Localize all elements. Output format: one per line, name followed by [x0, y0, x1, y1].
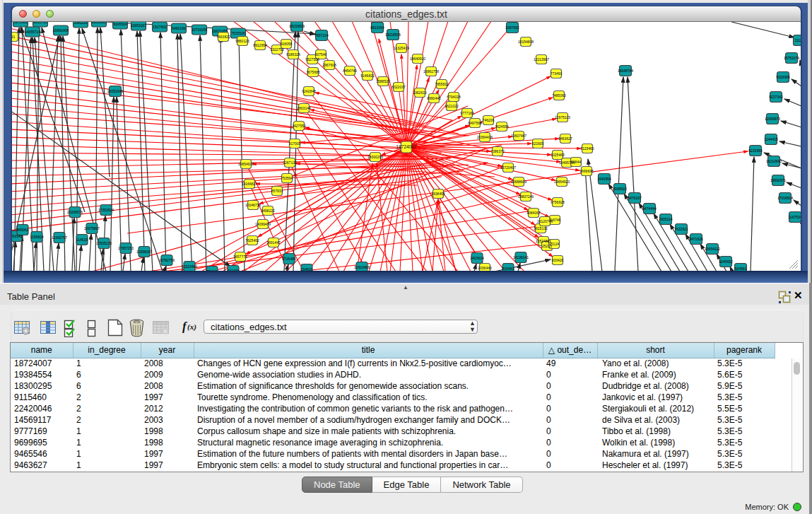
svg-text:10688609: 10688609: [511, 180, 526, 184]
svg-text:20691406: 20691406: [53, 28, 69, 33]
svg-text:12342757: 12342757: [52, 235, 67, 240]
svg-text:3675685: 3675685: [306, 70, 320, 74]
svg-text:771133: 771133: [206, 269, 218, 271]
svg-text:907546: 907546: [315, 52, 327, 57]
svg-text:746206: 746206: [483, 118, 495, 122]
svg-text:10719155: 10719155: [192, 28, 207, 32]
svg-text:845061: 845061: [17, 228, 29, 232]
svg-text:9242848: 9242848: [302, 89, 316, 93]
svg-text:16033809: 16033809: [289, 24, 305, 28]
svg-text:941433: 941433: [228, 269, 240, 271]
svg-text:16671355: 16671355: [212, 29, 228, 33]
svg-text:9463627: 9463627: [558, 136, 572, 141]
svg-text:18807249: 18807249: [518, 194, 534, 199]
svg-text:9527508: 9527508: [305, 57, 319, 62]
svg-text:2967608: 2967608: [322, 63, 336, 67]
svg-text:19654923: 19654923: [554, 180, 570, 184]
svg-text:20364436: 20364436: [477, 135, 493, 139]
svg-text:9245652: 9245652: [719, 259, 733, 264]
svg-text:11325419: 11325419: [394, 46, 409, 50]
svg-text:1081129: 1081129: [73, 22, 87, 25]
svg-text:621605: 621605: [532, 141, 544, 146]
svg-text:924561: 924561: [735, 267, 747, 271]
svg-text:1413614: 1413614: [470, 256, 484, 260]
svg-text:7632621: 7632621: [674, 227, 688, 231]
svg-text:6497568: 6497568: [468, 121, 482, 125]
svg-text:95124: 95124: [549, 242, 559, 246]
svg-text:14099489: 14099489: [255, 222, 271, 226]
svg-text:8454749: 8454749: [343, 69, 357, 73]
svg-text:19654933: 19654933: [238, 162, 254, 166]
svg-text:11123: 11123: [794, 38, 801, 42]
svg-text:12323466: 12323466: [182, 264, 197, 269]
svg-text:154631: 154631: [301, 267, 313, 271]
svg-text:1691447: 1691447: [266, 240, 281, 245]
svg-text:1244415: 1244415: [764, 137, 778, 141]
svg-text:16782759: 16782759: [159, 258, 175, 262]
svg-text:8322037: 8322037: [392, 85, 406, 89]
svg-text:1167534: 1167534: [788, 215, 801, 219]
svg-text:12975115: 12975115: [555, 115, 570, 119]
svg-text:10923468: 10923468: [354, 265, 370, 269]
svg-text:20206576: 20206576: [67, 210, 83, 214]
svg-text:9115460: 9115460: [580, 146, 594, 151]
svg-text:9329966: 9329966: [776, 75, 790, 79]
svg-text:3427552: 3427552: [292, 124, 306, 128]
svg-text:8813054: 8813054: [370, 25, 384, 30]
svg-text:1640954: 1640954: [597, 177, 611, 181]
svg-text:2935114: 2935114: [659, 217, 672, 221]
svg-text:7663822: 7663822: [216, 35, 230, 39]
svg-text:19166827: 19166827: [242, 182, 257, 186]
svg-text:1156829: 1156829: [30, 235, 43, 239]
svg-text:10654112: 10654112: [705, 247, 720, 251]
svg-text:1938455: 1938455: [431, 192, 445, 196]
svg-text:7955812: 7955812: [435, 82, 449, 86]
svg-text:8471626: 8471626: [689, 237, 703, 241]
svg-text:14055714: 14055714: [25, 30, 40, 34]
svg-text:773493: 773493: [551, 71, 563, 76]
svg-text:1973561: 1973561: [13, 22, 28, 24]
svg-text:3624554: 3624554: [495, 124, 509, 129]
svg-text:9106524: 9106524: [113, 22, 127, 26]
svg-text:17016504: 17016504: [777, 196, 793, 200]
svg-text:9084067: 9084067: [526, 211, 541, 215]
svg-text:916058: 916058: [281, 42, 293, 46]
svg-text:20975867: 20975867: [84, 226, 100, 230]
svg-text:1588520: 1588520: [376, 79, 390, 83]
svg-text:857833: 857833: [271, 189, 283, 193]
svg-text:391549: 391549: [12, 234, 23, 238]
svg-text:12505135: 12505135: [96, 241, 112, 245]
svg-text:2087682: 2087682: [505, 25, 519, 30]
svg-text:8215955: 8215955: [748, 148, 763, 153]
svg-text:90844: 90844: [571, 160, 581, 164]
svg-text:7386372: 7386372: [490, 149, 505, 153]
svg-text:9146821: 9146821: [360, 74, 375, 78]
svg-text:15720407: 15720407: [500, 165, 516, 170]
svg-text:9756928: 9756928: [551, 200, 565, 204]
svg-text:19692971: 19692971: [770, 178, 786, 182]
svg-text:(x): (x): [187, 322, 196, 332]
svg-text:18300295: 18300295: [367, 155, 383, 159]
svg-text:10958167: 10958167: [136, 250, 152, 254]
svg-text:2055713: 2055713: [33, 22, 47, 24]
svg-text:16210643: 16210643: [766, 159, 782, 163]
svg-text:1527602: 1527602: [153, 25, 167, 29]
svg-text:10046738: 10046738: [245, 203, 261, 207]
svg-text:8990443: 8990443: [427, 96, 441, 100]
svg-text:8938923: 8938923: [613, 187, 627, 191]
svg-text:9657771: 9657771: [233, 255, 247, 259]
svg-text:8912954: 8912954: [253, 43, 267, 47]
svg-text:16961758: 16961758: [423, 69, 439, 74]
svg-text:1615132: 1615132: [534, 226, 548, 230]
svg-text:20053346: 20053346: [107, 89, 123, 93]
svg-text:16648784: 16648784: [618, 69, 633, 73]
svg-text:9860123: 9860123: [235, 39, 249, 43]
svg-text:114519: 114519: [76, 238, 88, 242]
svg-text:9716485: 9716485: [282, 257, 296, 261]
svg-text:6466160: 6466160: [172, 26, 186, 30]
svg-text:7485063: 7485063: [552, 93, 566, 98]
svg-text:7857224: 7857224: [314, 33, 329, 37]
svg-text:2036443: 2036443: [478, 266, 492, 270]
svg-text:16120746: 16120746: [537, 219, 553, 223]
svg-text:9227342: 9227342: [769, 95, 783, 99]
